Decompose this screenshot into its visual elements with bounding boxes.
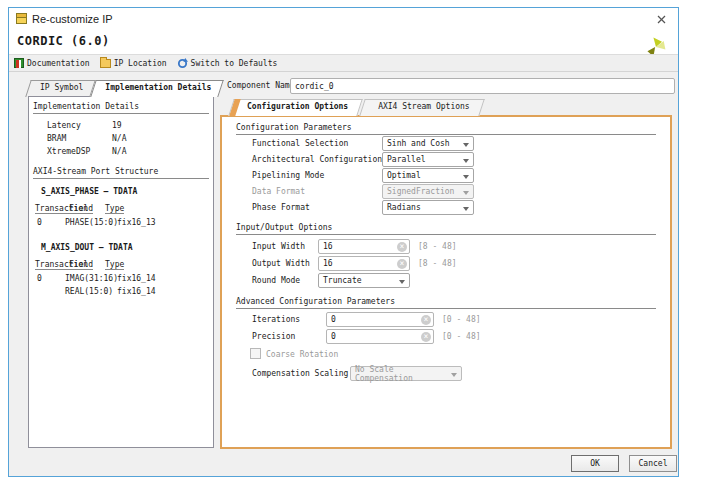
tab-implementation-details-label: Implementation Details	[105, 83, 211, 92]
round-mode-label: Round Mode	[252, 276, 300, 285]
refresh-icon	[177, 58, 188, 69]
coarse-rotation-checkbox	[250, 348, 261, 359]
table-cell: 0	[37, 274, 42, 283]
compensation-scaling-dropdown: No Scale Compensation	[350, 366, 462, 381]
table-cell: fix16_14	[117, 274, 156, 283]
chevron-down-icon	[463, 143, 469, 147]
clear-icon[interactable]: ×	[397, 259, 407, 269]
phase-format-dropdown[interactable]: Radians	[382, 200, 474, 215]
input-width-range: [8 - 48]	[418, 242, 457, 251]
tab-axi4-stream-options-label: AXI4 Stream Options	[378, 102, 470, 111]
heading-row: CORDIC (6.0)	[9, 29, 678, 54]
tab-axi4-stream-options[interactable]: AXI4 Stream Options	[362, 99, 482, 116]
precision-field[interactable]	[326, 329, 434, 344]
precision-label: Precision	[252, 332, 295, 341]
chevron-down-icon	[451, 373, 457, 377]
iterations-field[interactable]	[326, 312, 434, 327]
ports-section-title: AXI4-Stream Port Structure	[33, 167, 209, 179]
chevron-down-icon	[463, 207, 469, 211]
left-tab-bar: IP Symbol Implementation Details	[28, 80, 221, 97]
detail-value: 19	[112, 121, 122, 130]
tab-configuration-options-label: Configuration Options	[247, 102, 348, 111]
clear-icon[interactable]: ×	[421, 315, 431, 325]
input-width-label: Input Width	[252, 242, 305, 251]
architectural-configuration-dropdown[interactable]: Parallel	[382, 152, 474, 167]
architectural-configuration-label: Architectural Configuration	[252, 155, 382, 164]
functional-selection-label: Functional Selection	[252, 139, 348, 148]
chevron-down-icon	[399, 280, 405, 284]
ip-location-button[interactable]: IP Location	[100, 58, 167, 68]
config-params-title: Configuration Parameters	[236, 123, 656, 135]
io-options-title: Input/Output Options	[236, 223, 656, 235]
page-title: CORDIC (6.0)	[17, 34, 110, 48]
column-header: Type	[105, 260, 124, 270]
switch-to-defaults-button[interactable]: Switch to Defaults	[177, 58, 278, 69]
column-header: Field	[69, 260, 93, 270]
functional-selection-value: Sinh and Cosh	[387, 139, 450, 148]
advanced-params-title: Advanced Configuration Parameters	[236, 297, 656, 309]
pipelining-mode-value: Optimal	[387, 171, 421, 180]
tab-ip-symbol-label: IP Symbol	[40, 83, 83, 92]
chevron-down-icon	[463, 159, 469, 163]
functional-selection-dropdown[interactable]: Sinh and Cosh	[382, 136, 474, 151]
architectural-configuration-value: Parallel	[387, 155, 426, 164]
port-group-title: M_AXIS_DOUT — TDATA	[41, 243, 133, 252]
close-button[interactable]	[654, 12, 668, 26]
chevron-down-icon	[463, 191, 469, 195]
iterations-range: [0 - 48]	[442, 315, 481, 324]
documentation-button[interactable]: Documentation	[14, 58, 90, 68]
ip-location-label: IP Location	[114, 59, 167, 68]
compensation-scaling-label: Compensation Scaling	[252, 369, 348, 378]
table-cell: REAL(15:0)	[65, 287, 111, 296]
phase-format-label: Phase Format	[252, 203, 310, 212]
tab-configuration-options[interactable]: Configuration Options	[231, 99, 360, 116]
detail-label: BRAM	[47, 134, 66, 143]
detail-label: XtremeDSP	[47, 147, 90, 156]
data-format-value: SignedFraction	[387, 187, 454, 196]
detail-value: N/A	[112, 134, 126, 143]
configuration-options-panel: Configuration Parameters Functional Sele…	[220, 115, 672, 449]
column-header: Field	[69, 204, 93, 214]
coarse-rotation-label: Coarse Rotation	[266, 350, 338, 359]
implementation-details-panel: Implementation Details Latency 19 BRAM N…	[28, 96, 214, 448]
close-icon	[657, 15, 666, 24]
title-bar: Re-customize IP	[9, 8, 678, 29]
column-header: Type	[105, 204, 124, 214]
data-format-label: Data Format	[252, 187, 305, 196]
chevron-down-icon	[463, 175, 469, 179]
component-name-input[interactable]	[290, 78, 675, 94]
tab-ip-symbol[interactable]: IP Symbol	[28, 80, 93, 97]
round-mode-dropdown[interactable]: Truncate	[318, 273, 410, 288]
documentation-label: Documentation	[27, 59, 90, 68]
compensation-scaling-value: No Scale Compensation	[355, 365, 449, 383]
table-cell: IMAG(31:16)	[65, 274, 111, 283]
component-name-label: Component Name	[227, 81, 294, 90]
book-icon	[14, 58, 24, 68]
table-cell: PHASE(15:0)	[65, 218, 111, 227]
table-cell: fix16_14	[117, 287, 156, 296]
detail-label: Latency	[47, 121, 81, 130]
round-mode-value: Truncate	[323, 276, 362, 285]
pipelining-mode-label: Pipelining Mode	[252, 171, 324, 180]
output-width-range: [8 - 48]	[418, 259, 457, 268]
right-tab-bar: Configuration Options AXI4 Stream Option…	[231, 99, 482, 116]
data-format-dropdown: SignedFraction	[382, 184, 474, 199]
iterations-label: Iterations	[252, 315, 300, 324]
pipelining-mode-dropdown[interactable]: Optimal	[382, 168, 474, 183]
recustomize-ip-dialog: Re-customize IP CORDIC (6.0) Documentati…	[8, 7, 679, 477]
clear-icon[interactable]: ×	[421, 332, 431, 342]
window-title: Re-customize IP	[32, 13, 113, 25]
toolbar: Documentation IP Location Switch to Defa…	[9, 54, 678, 72]
phase-format-value: Radians	[387, 203, 421, 212]
folder-icon	[100, 59, 111, 68]
clear-icon[interactable]: ×	[397, 242, 407, 252]
tab-implementation-details[interactable]: Implementation Details	[93, 80, 221, 97]
cancel-button[interactable]: Cancel	[629, 455, 677, 472]
table-cell: 0	[37, 218, 42, 227]
precision-range: [0 - 48]	[442, 332, 481, 341]
ip-dialog-icon	[16, 13, 27, 24]
ok-button[interactable]: OK	[571, 455, 619, 472]
port-group-title: S_AXIS_PHASE — TDATA	[41, 187, 137, 196]
detail-value: N/A	[112, 147, 126, 156]
table-cell: fix16_13	[117, 218, 156, 227]
